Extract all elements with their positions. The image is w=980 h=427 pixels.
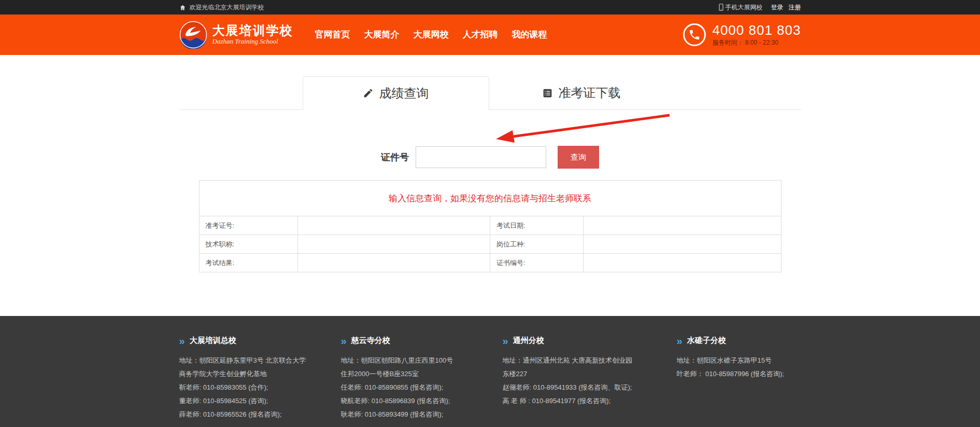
list-icon xyxy=(542,88,553,99)
home-icon[interactable] xyxy=(179,4,186,11)
phone-icon xyxy=(683,23,706,46)
footer-branch-shuiduizi: 水碓子分校 地址：朝阳区水碓子东路甲15号 叶老师： 010-85987996 … xyxy=(677,336,801,421)
branch-address: 住邦2000一号楼B座325室 xyxy=(341,367,503,381)
brand-name-en: Dazhan Training School xyxy=(212,37,293,46)
red-arrow-annotation xyxy=(490,110,676,150)
query-form: 证件号 查询 xyxy=(0,146,980,169)
topbar: 欢迎光临北京大展培训学校 手机大展网校 登录 注册 xyxy=(0,0,980,15)
double-chevron-icon xyxy=(341,337,347,345)
branch-title: 大展培训总校 xyxy=(179,336,341,346)
header: 大展培训学校 Dazhan Training School 官网首页 大展简介 … xyxy=(0,15,980,55)
double-chevron-icon xyxy=(503,337,508,345)
main-nav: 官网首页 大展简介 大展网校 人才招聘 我的课程 xyxy=(315,15,547,55)
login-link[interactable]: 登录 xyxy=(771,3,784,12)
label-exam-date: 考试日期: xyxy=(490,216,583,235)
value-technical-title xyxy=(298,235,490,254)
branch-phone: 靳老师: 010-85983055 (合作); xyxy=(179,381,341,394)
value-exam-result xyxy=(298,254,490,272)
nav-item-home[interactable]: 官网首页 xyxy=(315,15,350,55)
nav-item-recruitment[interactable]: 人才招聘 xyxy=(463,15,498,55)
main-content: 成绩查询 准考证下载 证件号 查询 输入信息查询，如果没有您的信息请与招生老师联… xyxy=(0,55,980,316)
footer-branch-ciyunsi: 慈云寺分校 地址：朝阳区朝阳路八里庄西里100号 住邦2000一号楼B座325室… xyxy=(341,336,503,421)
label-exam-ticket-no: 准考证号: xyxy=(199,216,298,235)
tab-score-query[interactable]: 成绩查询 xyxy=(303,76,489,110)
footer-branch-tongzhou: 通州分校 地址：通州区通州北苑 大唐高新技术创业园 东楼227 赵俪老师: 01… xyxy=(503,336,677,421)
notice-message: 输入信息查询，如果没有您的信息请与招生老师联系 xyxy=(199,180,782,216)
branch-title: 慈云寺分校 xyxy=(341,336,503,346)
tabs-bar: 成绩查询 准考证下载 xyxy=(179,76,801,110)
id-number-input[interactable] xyxy=(416,146,546,168)
hotline-box: 4000 801 803 服务时间： 8:00 - 22:30 xyxy=(683,23,801,47)
branch-address: 东楼227 xyxy=(503,367,677,381)
double-chevron-icon xyxy=(179,337,185,345)
result-table: 准考证号: 考试日期: 技术职称: 岗位工种: 考试结果: 证书编号: xyxy=(199,216,782,272)
branch-phone: 叶老师： 010-85987996 (报名咨询); xyxy=(677,367,801,381)
branch-phone: 董老师: 010-85984525 (咨询); xyxy=(179,394,341,408)
table-row: 技术职称: 岗位工种: xyxy=(199,235,781,254)
label-certificate-no: 证书编号: xyxy=(490,254,583,272)
nav-item-online-school[interactable]: 大展网校 xyxy=(414,15,449,55)
hotline-number: 4000 801 803 xyxy=(712,23,801,37)
mobile-site-link[interactable]: 手机大展网校 xyxy=(719,3,763,12)
branch-phone: 薛老师: 010-85965526 (报名咨询); xyxy=(179,408,341,421)
branch-address: 地址：朝阳区朝阳路八里庄西里100号 xyxy=(341,354,503,367)
value-exam-date xyxy=(583,216,781,235)
brand-logo[interactable]: 大展培训学校 Dazhan Training School xyxy=(179,21,293,49)
value-job-type xyxy=(583,235,781,254)
value-exam-ticket-no xyxy=(298,216,490,235)
branch-phone: 耿老师: 010-85893499 (报名咨询); xyxy=(341,408,503,421)
table-row: 准考证号: 考试日期: xyxy=(199,216,781,235)
brand-name-cn: 大展培训学校 xyxy=(212,24,293,37)
branch-address: 地址：朝阳区水碓子东路甲15号 xyxy=(677,354,801,367)
welcome-text: 欢迎光临北京大展培训学校 xyxy=(190,3,264,12)
footer: 大展培训总校 地址：朝阳区延静东里甲3号 北京联合大学 商务学院大学生创业孵化基… xyxy=(0,316,980,427)
branch-phone: 晓航老师: 010-85896839 (报名咨询); xyxy=(341,394,503,408)
logo-icon xyxy=(179,21,207,49)
label-technical-title: 技术职称: xyxy=(199,235,298,254)
id-number-label: 证件号 xyxy=(381,151,409,163)
nav-item-about[interactable]: 大展简介 xyxy=(364,15,400,55)
value-certificate-no xyxy=(583,254,781,272)
branch-address: 地址：朝阳区延静东里甲3号 北京联合大学 xyxy=(179,354,341,367)
branch-title: 水碓子分校 xyxy=(677,336,801,346)
nav-item-my-courses[interactable]: 我的课程 xyxy=(512,15,547,55)
tab-admission-ticket[interactable]: 准考证下载 xyxy=(489,76,674,109)
branch-phone: 赵俪老师: 010-89541933 (报名咨询、取证); xyxy=(503,381,677,394)
branch-phone: 高 老 师 : 010-89541977 (报名咨询); xyxy=(503,394,677,408)
table-row: 考试结果: 证书编号: xyxy=(199,254,781,272)
branch-phone: 任老师: 010-85890855 (报名咨询); xyxy=(341,381,503,394)
double-chevron-icon xyxy=(677,337,683,345)
query-button[interactable]: 查询 xyxy=(558,146,599,169)
label-job-type: 岗位工种: xyxy=(490,235,583,254)
mobile-phone-icon xyxy=(719,4,723,11)
label-exam-result: 考试结果: xyxy=(199,254,298,272)
result-panel: 输入信息查询，如果没有您的信息请与招生老师联系 准考证号: 考试日期: 技术职称… xyxy=(179,180,801,272)
branch-title: 通州分校 xyxy=(503,336,677,346)
branch-address: 地址：通州区通州北苑 大唐高新技术创业园 xyxy=(503,354,677,367)
register-link[interactable]: 注册 xyxy=(789,3,801,12)
footer-branch-main-campus: 大展培训总校 地址：朝阳区延静东里甲3号 北京联合大学 商务学院大学生创业孵化基… xyxy=(179,336,341,421)
service-hours: 服务时间： 8:00 - 22:30 xyxy=(712,38,801,47)
branch-address: 商务学院大学生创业孵化基地 xyxy=(179,367,341,381)
pencil-icon xyxy=(363,88,374,99)
